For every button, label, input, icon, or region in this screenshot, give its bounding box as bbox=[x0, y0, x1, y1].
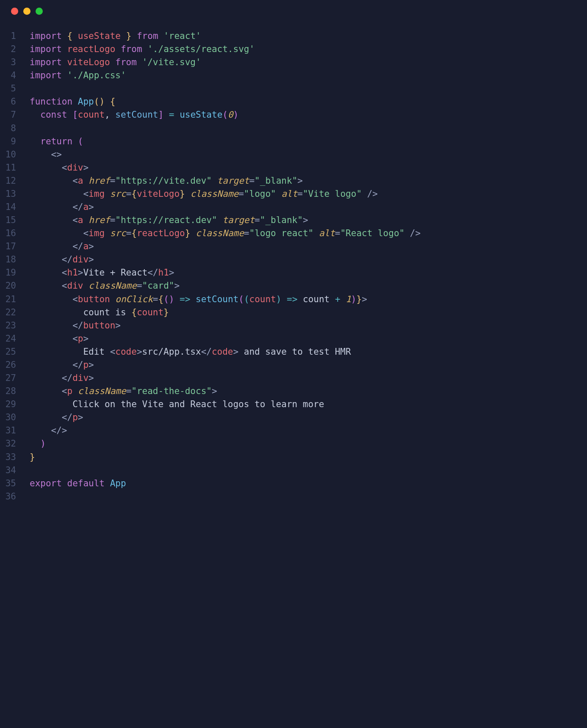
code-line[interactable]: 9 return ( bbox=[0, 135, 587, 148]
code-line[interactable]: 13 <img src={viteLogo} className="logo" … bbox=[0, 188, 587, 201]
code-line[interactable]: 35export default App bbox=[0, 477, 587, 490]
code-content[interactable] bbox=[25, 490, 587, 503]
code-line[interactable]: 20 <div className="card"> bbox=[0, 279, 587, 292]
code-line[interactable]: 1import { useState } from 'react' bbox=[0, 30, 587, 43]
code-line[interactable]: 19 <h1>Vite + React</h1> bbox=[0, 266, 587, 279]
code-content[interactable] bbox=[25, 82, 587, 95]
code-content[interactable]: <p className="read-the-docs"> bbox=[25, 385, 587, 398]
code-line[interactable]: 24 <p> bbox=[0, 332, 587, 345]
code-content[interactable] bbox=[25, 122, 587, 135]
token-tag: a bbox=[83, 241, 89, 251]
maximize-icon[interactable] bbox=[36, 8, 43, 15]
code-content[interactable]: function App() { bbox=[25, 95, 587, 108]
code-line[interactable]: 11 <div> bbox=[0, 161, 587, 174]
code-content[interactable]: </div> bbox=[25, 253, 587, 266]
token-id: reactLogo bbox=[67, 44, 116, 54]
code-content[interactable]: </> bbox=[25, 424, 587, 437]
code-line[interactable]: 18 </div> bbox=[0, 253, 587, 266]
code-line[interactable]: 36 bbox=[0, 490, 587, 503]
token-kw: import bbox=[30, 31, 62, 41]
token-attr: className bbox=[78, 386, 126, 396]
code-line[interactable]: 34 bbox=[0, 464, 587, 477]
code-line[interactable]: 28 <p className="read-the-docs"> bbox=[0, 385, 587, 398]
code-content[interactable]: </a> bbox=[25, 240, 587, 253]
code-content[interactable]: <> bbox=[25, 148, 587, 161]
code-line[interactable]: 16 <img src={reactLogo} className="logo … bbox=[0, 227, 587, 240]
code-content[interactable]: <a href="https://vite.dev" target="_blan… bbox=[25, 174, 587, 188]
token-bri2: [ bbox=[72, 110, 78, 120]
code-line[interactable]: 26 </p> bbox=[0, 358, 587, 372]
token-pn bbox=[30, 176, 72, 186]
code-line[interactable]: 17 </a> bbox=[0, 240, 587, 253]
close-icon[interactable] bbox=[11, 8, 18, 15]
token-tag: a bbox=[83, 202, 89, 212]
code-editor[interactable]: 1import { useState } from 'react'2import… bbox=[0, 22, 587, 520]
code-content[interactable]: <img src={reactLogo} className="logo rea… bbox=[25, 227, 587, 240]
code-line[interactable]: 22 count is {count} bbox=[0, 306, 587, 319]
code-line[interactable]: 5 bbox=[0, 82, 587, 95]
token-pn bbox=[158, 31, 164, 41]
code-line[interactable]: 7 const [count, setCount] = useState(0) bbox=[0, 108, 587, 121]
code-content[interactable]: count is {count} bbox=[25, 306, 587, 319]
line-number: 17 bbox=[0, 240, 25, 253]
token-id: useState bbox=[78, 31, 121, 41]
code-content[interactable]: <img src={viteLogo} className="logo" alt… bbox=[25, 188, 587, 201]
code-content[interactable]: </a> bbox=[25, 201, 587, 214]
code-line[interactable]: 30 </p> bbox=[0, 411, 587, 424]
code-line[interactable]: 3import viteLogo from '/vite.svg' bbox=[0, 56, 587, 69]
code-content[interactable]: return ( bbox=[25, 135, 587, 148]
minimize-icon[interactable] bbox=[23, 8, 30, 15]
token-txt: count is bbox=[83, 307, 131, 317]
token-op: => bbox=[180, 294, 190, 304]
code-content[interactable]: </div> bbox=[25, 372, 587, 385]
code-content[interactable]: <div className="card"> bbox=[25, 279, 587, 292]
code-line[interactable]: 32 ) bbox=[0, 437, 587, 450]
code-content[interactable]: import reactLogo from './assets/react.sv… bbox=[25, 43, 587, 56]
code-content[interactable]: } bbox=[25, 451, 587, 464]
code-line[interactable]: 27 </div> bbox=[0, 372, 587, 385]
token-attr: className bbox=[196, 228, 244, 238]
code-line[interactable]: 33} bbox=[0, 451, 587, 464]
token-bri: { bbox=[110, 97, 116, 107]
code-line[interactable]: 29 Click on the Vite and React logos to … bbox=[0, 398, 587, 411]
code-content[interactable]: import viteLogo from '/vite.svg' bbox=[25, 56, 587, 69]
line-number: 1 bbox=[0, 30, 25, 43]
code-line[interactable]: 14 </a> bbox=[0, 201, 587, 214]
code-line[interactable]: 12 <a href="https://vite.dev" target="_b… bbox=[0, 174, 587, 188]
token-num: 0 bbox=[228, 110, 233, 120]
code-content[interactable]: <div> bbox=[25, 161, 587, 174]
code-line[interactable]: 25 Edit <code>src/App.tsx</code> and sav… bbox=[0, 345, 587, 358]
token-id: reactLogo bbox=[137, 228, 185, 238]
code-line[interactable]: 10 <> bbox=[0, 148, 587, 161]
code-content[interactable]: import './App.css' bbox=[25, 69, 587, 82]
code-line[interactable]: 2import reactLogo from './assets/react.s… bbox=[0, 43, 587, 56]
token-tagp: </ bbox=[72, 202, 83, 212]
code-content[interactable]: export default App bbox=[25, 477, 587, 490]
token-bri: } bbox=[30, 452, 35, 462]
code-content[interactable]: const [count, setCount] = useState(0) bbox=[25, 108, 587, 121]
code-content[interactable]: Click on the Vite and React logos to lea… bbox=[25, 398, 587, 411]
code-line[interactable]: 21 <button onClick={() => setCount((coun… bbox=[0, 293, 587, 306]
token-pn bbox=[30, 136, 40, 146]
token-txt: src/App.tsx bbox=[142, 347, 201, 357]
code-content[interactable]: </button> bbox=[25, 319, 587, 332]
code-line[interactable]: 6function App() { bbox=[0, 95, 587, 108]
code-content[interactable]: <a href="https://react.dev" target="_bla… bbox=[25, 214, 587, 227]
code-content[interactable]: <button onClick={() => setCount((count) … bbox=[25, 293, 587, 306]
code-content[interactable]: <p> bbox=[25, 332, 587, 345]
code-content[interactable]: </p> bbox=[25, 358, 587, 372]
code-line[interactable]: 31 </> bbox=[0, 424, 587, 437]
token-pn bbox=[30, 425, 51, 436]
token-pn bbox=[131, 31, 137, 41]
code-line[interactable]: 23 </button> bbox=[0, 319, 587, 332]
code-content[interactable]: import { useState } from 'react' bbox=[25, 30, 587, 43]
code-content[interactable]: ) bbox=[25, 437, 587, 450]
code-content[interactable]: Edit <code>src/App.tsx</code> and save t… bbox=[25, 345, 587, 358]
line-number: 28 bbox=[0, 385, 25, 398]
code-line[interactable]: 8 bbox=[0, 122, 587, 135]
code-line[interactable]: 15 <a href="https://react.dev" target="_… bbox=[0, 214, 587, 227]
code-content[interactable] bbox=[25, 464, 587, 477]
code-content[interactable]: <h1>Vite + React</h1> bbox=[25, 266, 587, 279]
code-line[interactable]: 4import './App.css' bbox=[0, 69, 587, 82]
code-content[interactable]: </p> bbox=[25, 411, 587, 424]
